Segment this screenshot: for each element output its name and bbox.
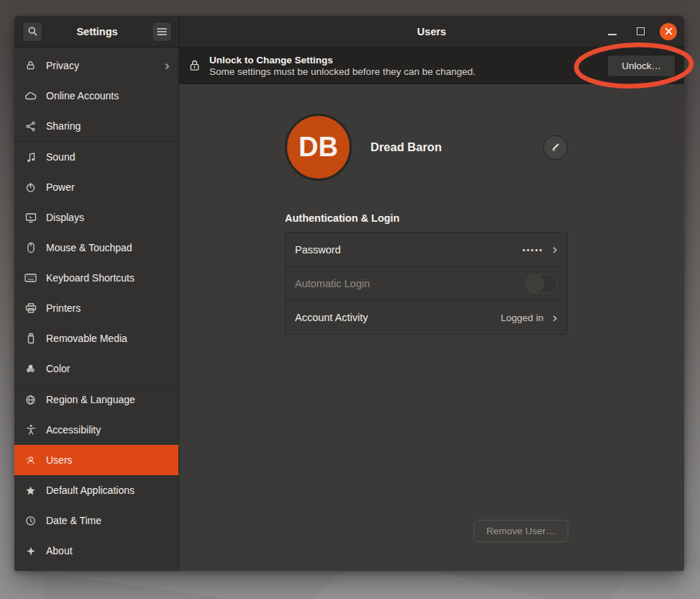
minimize-button[interactable] bbox=[604, 23, 621, 40]
accessibility-person-icon bbox=[24, 424, 37, 436]
sidebar-item-displays[interactable]: Displays bbox=[14, 202, 178, 233]
sidebar-item-sound[interactable]: Sound bbox=[14, 142, 178, 172]
search-button[interactable] bbox=[22, 22, 42, 42]
color-circles-icon bbox=[24, 363, 37, 375]
window-controls bbox=[604, 23, 684, 40]
main-panel: Unlock to Change Settings Some settings … bbox=[179, 48, 684, 571]
music-note-icon bbox=[24, 151, 37, 163]
globe-icon bbox=[24, 394, 37, 406]
chevron-right-icon: › bbox=[552, 311, 558, 325]
users-content: DB Dread Baron Authentication & Login bbox=[179, 84, 684, 571]
banner-subtitle: Some settings must be unlocked before th… bbox=[209, 66, 476, 77]
user-silhouette-icon bbox=[24, 454, 37, 467]
sidebar-item-default-applications[interactable]: Default Applications bbox=[14, 475, 178, 505]
chevron-right-icon: › bbox=[164, 59, 170, 73]
account-activity-value: Logged in bbox=[501, 312, 543, 323]
chevron-right-icon: › bbox=[552, 243, 558, 256]
user-name: Dread Baron bbox=[371, 140, 442, 154]
printer-icon bbox=[24, 302, 37, 315]
usb-drive-icon bbox=[24, 333, 37, 345]
sidebar-item-keyboard-shortcuts[interactable]: Keyboard Shortcuts bbox=[14, 263, 178, 293]
lock-icon bbox=[189, 59, 200, 72]
account-activity-row[interactable]: Account Activity Logged in › bbox=[286, 300, 567, 334]
sidebar-item-online-accounts[interactable]: Online Accounts bbox=[14, 81, 178, 111]
sidebar-item-accessibility[interactable]: Accessibility bbox=[14, 415, 178, 445]
banner-text: Unlock to Change Settings Some settings … bbox=[209, 55, 476, 77]
avatar: DB bbox=[285, 114, 352, 181]
toggle-knob bbox=[525, 274, 544, 293]
pencil-icon bbox=[550, 143, 560, 153]
desktop-background: Settings Users bbox=[0, 0, 700, 599]
sidebar-item-printers[interactable]: Printers bbox=[14, 293, 178, 323]
password-dots: ••••• bbox=[522, 246, 543, 254]
main-headerbar: Users bbox=[179, 16, 684, 47]
sidebar-item-users[interactable]: Users bbox=[14, 445, 178, 475]
sidebar-item-about[interactable]: About bbox=[14, 536, 178, 566]
remove-user-button[interactable]: Remove User… bbox=[473, 520, 568, 542]
sidebar-item-color[interactable]: Color bbox=[14, 353, 178, 384]
lock-icon bbox=[24, 60, 37, 72]
sidebar-title: Settings bbox=[76, 26, 117, 37]
clock-icon bbox=[24, 515, 37, 527]
sparkle-icon bbox=[24, 545, 37, 557]
automatic-login-row: Automatic Login bbox=[286, 266, 567, 300]
minimize-icon bbox=[608, 34, 617, 35]
sidebar-item-privacy[interactable]: Privacy › bbox=[14, 50, 178, 81]
unlock-button[interactable]: Unlock… bbox=[607, 55, 676, 77]
settings-window: Settings Users bbox=[14, 16, 684, 571]
maximize-icon bbox=[637, 27, 645, 35]
sidebar-item-mouse-touchpad[interactable]: Mouse & Touchpad bbox=[14, 233, 178, 263]
sidebar-item-power[interactable]: Power bbox=[14, 172, 178, 202]
sidebar-item-removable-media[interactable]: Removable Media bbox=[14, 323, 178, 353]
unlock-banner: Unlock to Change Settings Some settings … bbox=[179, 48, 684, 84]
mouse-icon bbox=[24, 242, 37, 254]
maximize-button[interactable] bbox=[632, 23, 649, 40]
banner-title: Unlock to Change Settings bbox=[209, 55, 476, 66]
menu-button[interactable] bbox=[152, 22, 172, 42]
sidebar-headerbar: Settings bbox=[14, 16, 179, 47]
window-body: Privacy › Online Accounts Sharing Sound bbox=[14, 48, 684, 571]
password-row[interactable]: Password ••••• › bbox=[286, 233, 567, 266]
hamburger-menu-icon bbox=[157, 27, 167, 36]
section-heading: Authentication & Login bbox=[285, 212, 568, 224]
close-icon bbox=[665, 27, 673, 35]
power-symbol-icon bbox=[24, 181, 37, 194]
cloud-icon bbox=[24, 90, 37, 102]
share-nodes-icon bbox=[24, 120, 37, 132]
automatic-login-toggle[interactable] bbox=[525, 274, 558, 293]
monitor-icon bbox=[24, 212, 37, 224]
profile-row: DB Dread Baron bbox=[285, 114, 568, 181]
search-icon bbox=[27, 26, 38, 37]
sidebar: Privacy › Online Accounts Sharing Sound bbox=[14, 48, 179, 571]
edit-name-button[interactable] bbox=[543, 135, 568, 160]
titlebar: Settings Users bbox=[14, 16, 684, 48]
sidebar-item-sharing[interactable]: Sharing bbox=[14, 111, 178, 141]
auth-settings-list: Password ••••• › Automatic Login Account… bbox=[285, 232, 568, 335]
star-icon bbox=[24, 485, 37, 497]
sidebar-item-date-time[interactable]: Date & Time bbox=[14, 505, 178, 536]
close-button[interactable] bbox=[660, 23, 677, 40]
keyboard-icon bbox=[24, 272, 37, 284]
sidebar-item-region-language[interactable]: Region & Language bbox=[14, 384, 178, 415]
